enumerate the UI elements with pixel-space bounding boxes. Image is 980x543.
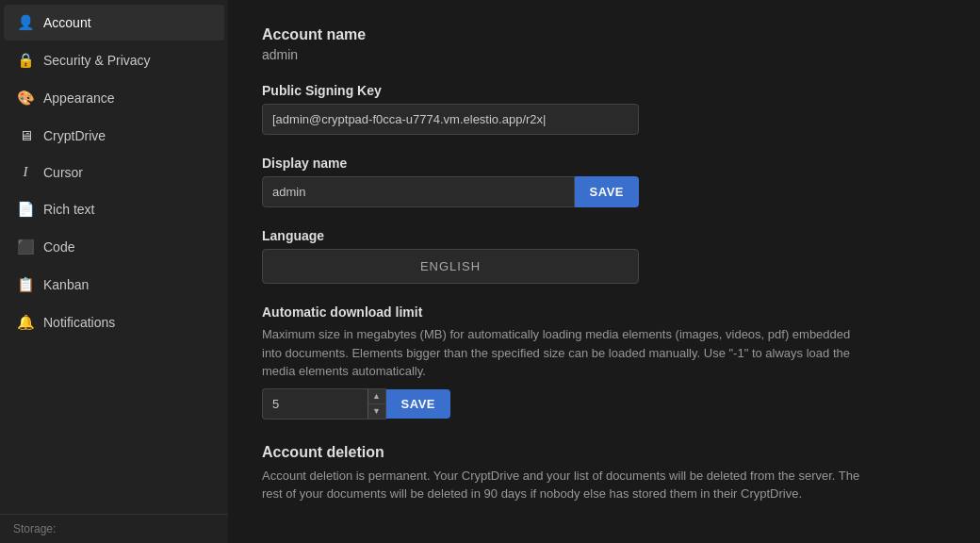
sidebar-item-security[interactable]: 🔒 Security & Privacy [4, 42, 224, 78]
sidebar-item-richtext[interactable]: 📄 Rich text [4, 191, 224, 227]
public-signing-key-label: Public Signing Key [262, 83, 946, 98]
auto-download-description: Maximum size in megabytes (MB) for autom… [262, 325, 865, 381]
sidebar-item-label: Security & Privacy [43, 53, 151, 68]
sidebar-item-label: Kanban [43, 277, 89, 292]
display-name-label: Display name [262, 156, 946, 171]
sidebar-item-cryptdrive[interactable]: 🖥 CryptDrive [4, 118, 224, 153]
display-name-input[interactable] [262, 176, 575, 207]
account-name-section: Account name admin [262, 26, 946, 62]
public-signing-key-section: Public Signing Key [262, 83, 946, 135]
kanban-icon: 📋 [17, 276, 34, 293]
sidebar-item-cursor[interactable]: I Cursor [4, 155, 224, 189]
account-icon: 👤 [17, 14, 34, 31]
language-button[interactable]: ENGLISH [262, 249, 639, 284]
storage-label: Storage: [0, 514, 228, 543]
sidebar-item-label: Code [43, 239, 74, 255]
sidebar-item-label: Notifications [43, 315, 115, 330]
richtext-icon: 📄 [17, 201, 34, 218]
auto-download-field-group: ▲ ▼ SAVE [262, 388, 450, 420]
auto-download-label: Automatic download limit [262, 304, 946, 320]
account-deletion-section: Account deletion Account deletion is per… [262, 444, 946, 503]
sidebar-item-kanban[interactable]: 📋 Kanban [4, 267, 224, 303]
account-name-label: Account name [262, 26, 946, 43]
code-icon: ⬛ [17, 239, 34, 255]
auto-download-save-button[interactable]: SAVE [386, 389, 450, 419]
sidebar-item-account[interactable]: 👤 Account [4, 5, 224, 41]
display-name-field-group: SAVE [262, 176, 639, 207]
account-name-value: admin [262, 47, 946, 62]
public-signing-key-input[interactable] [262, 104, 639, 135]
cursor-icon: I [17, 164, 34, 180]
language-label: Language [262, 228, 946, 243]
lock-icon: 🔒 [17, 52, 34, 69]
auto-download-input-wrapper: ▲ ▼ [262, 388, 386, 420]
sidebar-item-appearance[interactable]: 🎨 Appearance [4, 80, 224, 116]
sidebar: 👤 Account 🔒 Security & Privacy 🎨 Appeara… [0, 0, 228, 543]
spinner-down-button[interactable]: ▼ [368, 404, 385, 419]
main-content: Account name admin Public Signing Key Di… [228, 0, 980, 543]
language-section: Language ENGLISH [262, 228, 946, 284]
sidebar-item-notifications[interactable]: 🔔 Notifications [4, 304, 224, 340]
sidebar-item-label: Appearance [43, 90, 115, 106]
spinner-buttons: ▲ ▼ [368, 388, 386, 420]
sidebar-item-code[interactable]: ⬛ Code [4, 229, 224, 265]
account-deletion-label: Account deletion [262, 444, 946, 461]
drive-icon: 🖥 [17, 127, 34, 143]
bell-icon: 🔔 [17, 314, 34, 331]
sidebar-item-label: Cursor [43, 165, 83, 180]
display-name-section: Display name SAVE [262, 156, 946, 207]
account-deletion-description: Account deletion is permanent. Your Cryp… [262, 467, 865, 503]
auto-download-section: Automatic download limit Maximum size in… [262, 304, 946, 420]
sidebar-item-label: Account [43, 15, 91, 30]
spinner-up-button[interactable]: ▲ [368, 389, 385, 404]
display-name-save-button[interactable]: SAVE [575, 176, 639, 207]
palette-icon: 🎨 [17, 90, 34, 107]
sidebar-item-label: Rich text [43, 202, 94, 217]
sidebar-item-label: CryptDrive [43, 128, 106, 143]
